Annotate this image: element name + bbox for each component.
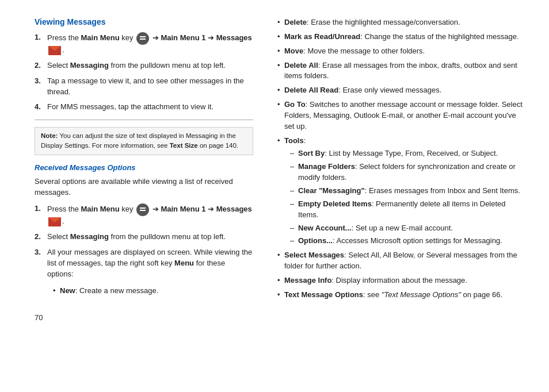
sub-intro-text: Several options are available while view…	[35, 176, 253, 198]
note-label: Note:	[41, 132, 58, 139]
page-number: 70	[35, 313, 253, 322]
step-4-num: 4.	[35, 102, 44, 113]
sort-by-item: Sort By: List by Message Type, From, Rec…	[290, 148, 526, 159]
manage-folders-item: Manage Folders: Select folders for synch…	[290, 162, 526, 183]
tools-sub-list: Sort By: List by Message Type, From, Rec…	[290, 148, 526, 247]
step-1-num: 1.	[35, 32, 44, 43]
sub-step-3-text: All your messages are displayed on scree…	[47, 247, 253, 280]
step-4-text: For MMS messages, tap the attachment to …	[47, 102, 214, 113]
new-account-item: New Account...: Set up a new E-mail acco…	[290, 223, 526, 234]
options-list: Delete: Erase the highlighted message/co…	[276, 17, 526, 301]
move-item: Move: Move the message to other folders.	[276, 46, 526, 57]
note-end: on page 140.	[198, 142, 238, 149]
options-item: Options...: Accesses Microsoft option se…	[290, 236, 526, 247]
menu-button-icon-2	[136, 203, 149, 216]
divider-1	[35, 120, 253, 120]
tools-item: Tools: Sort By: List by Message Type, Fr…	[276, 136, 526, 247]
sub-step-2-text: Select Messaging from the pulldown menu …	[47, 232, 226, 243]
empty-deleted-items-item: Empty Deleted Items: Permanently delete …	[290, 199, 526, 221]
sub-step-1: 1. Press the Main Menu key ➔ Main Menu 1…	[35, 203, 253, 227]
delete-all-read-item: Delete All Read: Erase only viewed messa…	[276, 85, 526, 96]
sub-step-2-num: 2.	[35, 232, 44, 243]
select-messages-item: Select Messages: Select All, All Below, …	[276, 250, 526, 272]
step-3-text: Tap a message to view it, and to see oth…	[47, 76, 253, 98]
viewing-steps-list: 1. Press the Main Menu key ➔ Main Menu 1…	[35, 32, 253, 113]
left-column: Viewing Messages 1. Press the Main Menu …	[35, 17, 253, 322]
sub-step-1-num: 1.	[35, 203, 44, 214]
envelope-icon	[48, 46, 61, 55]
envelope-icon-2	[48, 217, 61, 226]
right-column: Delete: Erase the highlighted message/co…	[276, 17, 526, 322]
mark-as-read-item: Mark as Read/Unread: Change the status o…	[276, 32, 526, 43]
step-2: 2. Select Messaging from the pulldown me…	[35, 60, 253, 71]
sub-step-3-num: 3.	[35, 247, 44, 258]
step-3-num: 3.	[35, 76, 44, 87]
note-box: Note: You can adjust the size of text di…	[35, 127, 253, 155]
sub-step-2: 2. Select Messaging from the pulldown me…	[35, 232, 253, 243]
new-option-item: New: Create a new message.	[52, 286, 253, 297]
step-3: 3. Tap a message to view it, and to see …	[35, 76, 253, 98]
text-message-options-item: Text Message Options: see "Text Message …	[276, 290, 526, 301]
sub-step-3: 3. All your messages are displayed on sc…	[35, 247, 253, 280]
received-messages-options-title: Received Messages Options	[35, 163, 253, 172]
step-2-num: 2.	[35, 60, 44, 71]
go-to-item: Go To: Switches to another message accou…	[276, 99, 526, 132]
note-bold: Text Size	[170, 142, 198, 149]
step-1-text: Press the Main Menu key ➔ Main Menu 1 ➔ …	[47, 32, 253, 56]
delete-all-item: Delete All: Erase all messages from the …	[276, 60, 526, 82]
message-info-item: Message Info: Display information about …	[276, 275, 526, 286]
viewing-messages-title: Viewing Messages	[35, 17, 253, 26]
step-2-text: Select Messaging from the pulldown menu …	[47, 60, 226, 71]
page-layout: Viewing Messages 1. Press the Main Menu …	[35, 17, 526, 322]
step-4: 4. For MMS messages, tap the attachment …	[35, 102, 253, 113]
clear-messaging-item: Clear "Messaging": Erases messages from …	[290, 186, 526, 197]
new-option-list: New: Create a new message.	[52, 286, 253, 297]
menu-button-icon	[136, 32, 149, 45]
step-1: 1. Press the Main Menu key ➔ Main Menu 1…	[35, 32, 253, 56]
sub-steps-list: 1. Press the Main Menu key ➔ Main Menu 1…	[35, 203, 253, 279]
sub-step-1-text: Press the Main Menu key ➔ Main Menu 1 ➔ …	[47, 203, 253, 227]
delete-item: Delete: Erase the highlighted message/co…	[276, 17, 526, 28]
